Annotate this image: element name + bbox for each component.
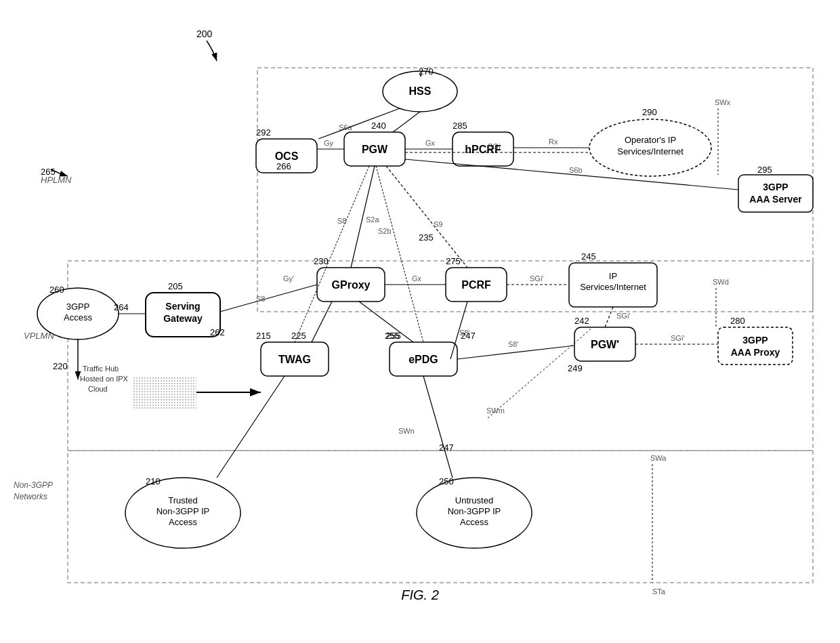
3gpp-access-ref: 260 <box>49 285 64 295</box>
pgw-prime-label: PGW' <box>591 339 619 350</box>
pcrf-ref: 275 <box>446 256 461 266</box>
s9-label: S9 <box>434 220 442 228</box>
rx-label: Rx <box>549 138 558 146</box>
untrusted-label2: Non-3GPP IP <box>448 506 501 516</box>
untrusted-label1: Untrusted <box>455 495 493 505</box>
trusted-label2: Non-3GPP IP <box>156 506 210 516</box>
aaa-proxy-ref: 280 <box>730 316 745 326</box>
swx-label: SWx <box>715 98 731 106</box>
ip-services-ref: 245 <box>581 251 596 262</box>
ip-services-label2: Services/Internet <box>580 282 646 292</box>
gy-prime-label: Gy' <box>283 274 294 283</box>
aaa-proxy-label2: AAA Proxy <box>731 347 780 358</box>
operators-ip-ref: 290 <box>642 107 657 117</box>
pgw-ref: 240 <box>371 121 386 131</box>
serving-gw-ref: 205 <box>168 281 183 291</box>
svg-line-31 <box>386 166 467 268</box>
svg-line-51 <box>295 166 369 342</box>
traffic-hub-label1: Traffic Hub <box>83 365 119 373</box>
ocs-label: OCS <box>275 150 299 162</box>
ref-265: 265 <box>41 167 56 177</box>
pcrf-label: PCRF <box>461 279 491 291</box>
s8-prime-label2: S8' <box>508 340 519 348</box>
ref-264: 264 <box>114 302 129 312</box>
serving-gw-label2: Gateway <box>163 313 203 324</box>
pgw-label: PGW <box>362 144 388 155</box>
aaa-server-label2: AAA Server <box>749 194 802 205</box>
gx-label2: Gx <box>412 274 422 283</box>
untrusted-ref: 250 <box>439 476 454 486</box>
trusted-label3: Access <box>169 517 197 527</box>
trusted-ref: 210 <box>146 476 161 486</box>
network-diagram-svg: HPLMN VPLMN + IPX Non-3GPP Networks 200 … <box>0 0 840 610</box>
s6a-label: S6a <box>339 123 352 131</box>
ref-247-pcrf: 247 <box>461 331 476 341</box>
svg-line-52 <box>376 166 423 342</box>
sgi-prime-label2: SGi' <box>616 312 630 320</box>
serving-gw-label1: Serving <box>165 301 200 312</box>
sgi-prime-label3: SGi' <box>671 334 684 342</box>
aaa-server-ref: 295 <box>757 165 772 175</box>
svg-line-36 <box>605 307 613 327</box>
pgw-prime-ref: 242 <box>574 316 589 326</box>
aaa-server-label1: 3GPP <box>763 182 788 192</box>
svg-line-41 <box>220 285 317 312</box>
hss-ref: 270 <box>419 66 434 77</box>
untrusted-label3: Access <box>460 517 488 527</box>
svg-line-48 <box>423 376 453 478</box>
twag-ref: 215 <box>256 331 271 341</box>
3gpp-access-label1: 3GPP <box>66 302 90 312</box>
non3gpp-label2: Networks <box>14 492 47 501</box>
traffic-hub-label2: Hosted on IPX <box>80 375 129 383</box>
ref-249: 249 <box>568 363 583 373</box>
3gpp-access-label2: Access <box>64 312 92 323</box>
svg-rect-44 <box>132 376 196 409</box>
sgi-prime-label: SGi' <box>530 274 543 283</box>
svg-rect-17 <box>718 327 793 365</box>
operators-ip-label2: Services/Internet <box>617 146 684 157</box>
ref-200: 200 <box>196 28 213 39</box>
aaa-proxy-label1: 3GPP <box>742 335 768 346</box>
ref-247: 247 <box>439 442 454 453</box>
ip-services-label1: IP <box>609 271 617 281</box>
gproxy-label: GProxy <box>332 279 371 291</box>
swd-label: SWd <box>713 278 729 286</box>
sgi-label: SGi <box>488 142 500 150</box>
ref-220: 220 <box>53 361 68 371</box>
non3gpp-label: Non-3GPP <box>14 480 53 490</box>
s6b-label: S6b <box>569 166 583 174</box>
svg-line-23 <box>393 112 420 132</box>
s2a-label: S2a <box>366 215 379 224</box>
epdg-label: ePDG <box>408 354 438 365</box>
gy-label1: Gy <box>324 139 334 147</box>
operators-ip-label1: Operator's IP <box>625 135 676 145</box>
swa-label: SWa <box>650 454 667 462</box>
ref-255: 255 <box>386 331 401 341</box>
s2b-label: S2b <box>378 227 392 235</box>
ref-235: 235 <box>419 232 434 243</box>
diagram-container: HPLMN VPLMN + IPX Non-3GPP Networks 200 … <box>0 0 840 610</box>
hss-label: HSS <box>409 85 432 97</box>
figure-caption: FIG. 2 <box>401 587 439 603</box>
svg-line-47 <box>217 376 285 478</box>
s8-sgw-label: S8 <box>256 295 265 303</box>
ref-266: 266 <box>276 161 291 171</box>
sta-label: STa <box>652 587 666 596</box>
gproxy-ref: 230 <box>314 256 329 266</box>
gx-label1: Gx <box>425 139 436 147</box>
ocs-ref: 292 <box>256 127 271 138</box>
hpcrf-ref: 285 <box>453 121 467 131</box>
trusted-label1: Trusted <box>168 495 198 505</box>
svg-line-33 <box>312 302 332 342</box>
swn-label: SWn <box>398 427 415 435</box>
ref-262: 262 <box>210 327 225 337</box>
swm-label: SWm <box>486 407 505 415</box>
traffic-hub-label3: Cloud <box>88 385 108 393</box>
twag-label: TWAG <box>278 354 311 365</box>
